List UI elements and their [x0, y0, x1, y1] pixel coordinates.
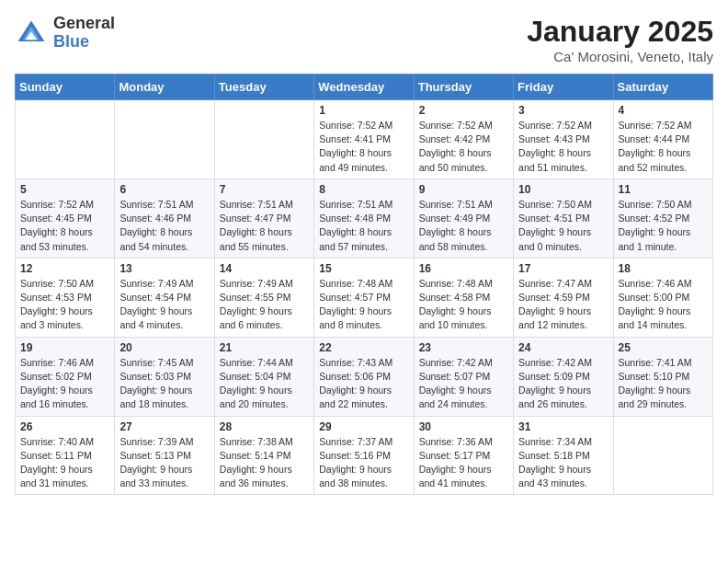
day-info: Sunrise: 7:51 AM Sunset: 4:46 PM Dayligh… — [119, 198, 209, 254]
day-info: Sunrise: 7:39 AM Sunset: 5:13 PM Dayligh… — [119, 435, 209, 491]
day-number: 4 — [619, 104, 708, 117]
calendar-day-27: 27Sunrise: 7:39 AM Sunset: 5:13 PM Dayli… — [115, 416, 214, 495]
calendar-day-17: 17Sunrise: 7:47 AM Sunset: 4:59 PM Dayli… — [514, 258, 613, 337]
day-number: 7 — [220, 183, 309, 196]
day-number: 23 — [419, 341, 508, 354]
logo-text: General Blue — [53, 15, 115, 52]
day-number: 13 — [119, 262, 209, 275]
day-number: 21 — [220, 341, 309, 354]
day-number: 20 — [119, 341, 209, 354]
calendar-day-29: 29Sunrise: 7:37 AM Sunset: 5:16 PM Dayli… — [314, 416, 414, 495]
calendar-day-4: 4Sunrise: 7:52 AM Sunset: 4:44 PM Daylig… — [613, 100, 712, 179]
day-number: 8 — [319, 183, 408, 196]
calendar-empty-cell — [115, 100, 214, 179]
logo: General Blue — [15, 15, 115, 52]
column-header-saturday: Saturday — [613, 75, 712, 100]
day-info: Sunrise: 7:34 AM Sunset: 5:18 PM Dayligh… — [518, 435, 608, 491]
day-number: 9 — [419, 183, 508, 196]
column-header-friday: Friday — [514, 75, 613, 100]
day-info: Sunrise: 7:50 AM Sunset: 4:52 PM Dayligh… — [619, 198, 708, 254]
day-info: Sunrise: 7:42 AM Sunset: 5:09 PM Dayligh… — [518, 356, 608, 412]
column-header-sunday: Sunday — [16, 75, 115, 100]
day-info: Sunrise: 7:51 AM Sunset: 4:49 PM Dayligh… — [419, 198, 508, 254]
calendar-day-18: 18Sunrise: 7:46 AM Sunset: 5:00 PM Dayli… — [613, 258, 712, 337]
page-header: General Blue January 2025 Ca' Morosini, … — [15, 15, 713, 64]
calendar-day-2: 2Sunrise: 7:52 AM Sunset: 4:42 PM Daylig… — [414, 100, 513, 179]
calendar-empty-cell — [16, 100, 115, 179]
day-info: Sunrise: 7:50 AM Sunset: 4:53 PM Dayligh… — [20, 277, 109, 333]
calendar-day-10: 10Sunrise: 7:50 AM Sunset: 4:51 PM Dayli… — [514, 178, 613, 258]
day-number: 10 — [518, 183, 608, 196]
day-number: 5 — [20, 183, 109, 196]
day-number: 15 — [319, 262, 408, 275]
day-number: 18 — [619, 262, 708, 275]
calendar-week-row: 26Sunrise: 7:40 AM Sunset: 5:11 PM Dayli… — [16, 416, 713, 495]
day-number: 22 — [319, 341, 408, 354]
calendar-day-7: 7Sunrise: 7:51 AM Sunset: 4:47 PM Daylig… — [214, 178, 313, 258]
calendar-week-row: 19Sunrise: 7:46 AM Sunset: 5:02 PM Dayli… — [16, 337, 713, 416]
calendar-title: January 2025 — [527, 15, 713, 49]
calendar-day-5: 5Sunrise: 7:52 AM Sunset: 4:45 PM Daylig… — [16, 178, 115, 258]
logo-blue: Blue — [53, 33, 115, 52]
calendar-day-1: 1Sunrise: 7:52 AM Sunset: 4:41 PM Daylig… — [314, 100, 414, 179]
calendar-day-20: 20Sunrise: 7:45 AM Sunset: 5:03 PM Dayli… — [115, 337, 214, 416]
day-info: Sunrise: 7:51 AM Sunset: 4:47 PM Dayligh… — [220, 198, 309, 254]
day-number: 1 — [319, 104, 408, 117]
day-number: 30 — [419, 420, 508, 433]
column-header-thursday: Thursday — [414, 75, 513, 100]
day-number: 24 — [518, 341, 608, 354]
logo-general: General — [53, 15, 115, 33]
calendar-day-8: 8Sunrise: 7:51 AM Sunset: 4:48 PM Daylig… — [314, 178, 414, 258]
column-header-wednesday: Wednesday — [314, 75, 414, 100]
column-header-tuesday: Tuesday — [214, 75, 313, 100]
calendar-subtitle: Ca' Morosini, Veneto, Italy — [527, 49, 713, 64]
calendar-day-26: 26Sunrise: 7:40 AM Sunset: 5:11 PM Dayli… — [16, 416, 115, 495]
day-info: Sunrise: 7:49 AM Sunset: 4:54 PM Dayligh… — [119, 277, 209, 333]
day-info: Sunrise: 7:45 AM Sunset: 5:03 PM Dayligh… — [119, 356, 209, 412]
calendar-day-12: 12Sunrise: 7:50 AM Sunset: 4:53 PM Dayli… — [16, 258, 115, 337]
day-number: 27 — [119, 420, 209, 433]
day-number: 14 — [220, 262, 309, 275]
calendar-day-14: 14Sunrise: 7:49 AM Sunset: 4:55 PM Dayli… — [214, 258, 313, 337]
calendar-day-9: 9Sunrise: 7:51 AM Sunset: 4:49 PM Daylig… — [414, 178, 513, 258]
day-info: Sunrise: 7:40 AM Sunset: 5:11 PM Dayligh… — [20, 435, 109, 491]
day-number: 6 — [119, 183, 209, 196]
day-number: 11 — [619, 183, 708, 196]
day-info: Sunrise: 7:52 AM Sunset: 4:43 PM Dayligh… — [518, 119, 608, 175]
calendar-day-11: 11Sunrise: 7:50 AM Sunset: 4:52 PM Dayli… — [613, 178, 712, 258]
day-number: 16 — [419, 262, 508, 275]
calendar-day-15: 15Sunrise: 7:48 AM Sunset: 4:57 PM Dayli… — [314, 258, 414, 337]
calendar-day-3: 3Sunrise: 7:52 AM Sunset: 4:43 PM Daylig… — [514, 100, 613, 179]
calendar-week-row: 1Sunrise: 7:52 AM Sunset: 4:41 PM Daylig… — [16, 100, 713, 179]
day-info: Sunrise: 7:52 AM Sunset: 4:41 PM Dayligh… — [319, 119, 408, 175]
day-info: Sunrise: 7:47 AM Sunset: 4:59 PM Dayligh… — [518, 277, 608, 333]
day-info: Sunrise: 7:49 AM Sunset: 4:55 PM Dayligh… — [220, 277, 309, 333]
day-info: Sunrise: 7:46 AM Sunset: 5:02 PM Dayligh… — [20, 356, 109, 412]
calendar-day-23: 23Sunrise: 7:42 AM Sunset: 5:07 PM Dayli… — [414, 337, 513, 416]
day-info: Sunrise: 7:36 AM Sunset: 5:17 PM Dayligh… — [419, 435, 508, 491]
day-info: Sunrise: 7:46 AM Sunset: 5:00 PM Dayligh… — [619, 277, 708, 333]
calendar-day-25: 25Sunrise: 7:41 AM Sunset: 5:10 PM Dayli… — [613, 337, 712, 416]
day-number: 28 — [220, 420, 309, 433]
calendar-empty-cell — [613, 416, 712, 495]
day-info: Sunrise: 7:43 AM Sunset: 5:06 PM Dayligh… — [319, 356, 408, 412]
day-info: Sunrise: 7:42 AM Sunset: 5:07 PM Dayligh… — [419, 356, 508, 412]
day-number: 2 — [419, 104, 508, 117]
calendar-day-13: 13Sunrise: 7:49 AM Sunset: 4:54 PM Dayli… — [115, 258, 214, 337]
day-number: 26 — [20, 420, 109, 433]
calendar-week-row: 12Sunrise: 7:50 AM Sunset: 4:53 PM Dayli… — [16, 258, 713, 337]
day-number: 19 — [20, 341, 109, 354]
day-info: Sunrise: 7:48 AM Sunset: 4:58 PM Dayligh… — [419, 277, 508, 333]
day-info: Sunrise: 7:41 AM Sunset: 5:10 PM Dayligh… — [619, 356, 708, 412]
calendar-day-16: 16Sunrise: 7:48 AM Sunset: 4:58 PM Dayli… — [414, 258, 513, 337]
calendar-empty-cell — [214, 100, 313, 179]
day-number: 25 — [619, 341, 708, 354]
day-info: Sunrise: 7:52 AM Sunset: 4:45 PM Dayligh… — [20, 198, 109, 254]
calendar-day-6: 6Sunrise: 7:51 AM Sunset: 4:46 PM Daylig… — [115, 178, 214, 258]
calendar-day-21: 21Sunrise: 7:44 AM Sunset: 5:04 PM Dayli… — [214, 337, 313, 416]
day-info: Sunrise: 7:44 AM Sunset: 5:04 PM Dayligh… — [220, 356, 309, 412]
logo-icon — [15, 17, 48, 50]
day-number: 3 — [518, 104, 608, 117]
day-number: 12 — [20, 262, 109, 275]
day-info: Sunrise: 7:48 AM Sunset: 4:57 PM Dayligh… — [319, 277, 408, 333]
